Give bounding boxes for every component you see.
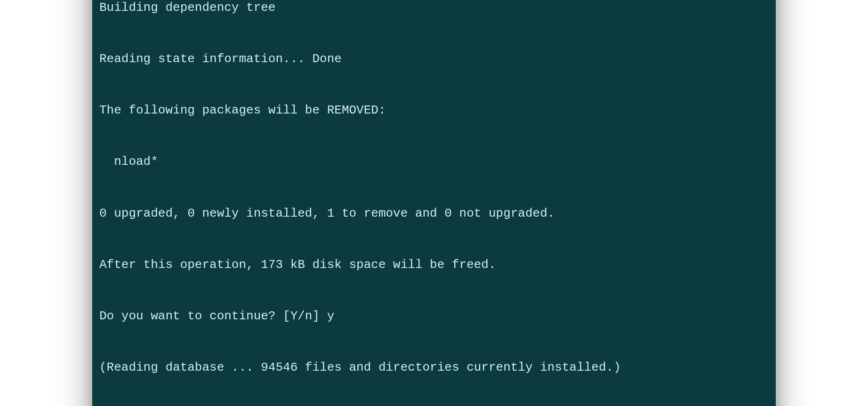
terminal-line: (Reading database ... 94546 files and di…: [93, 359, 775, 376]
terminal-line: The following packages will be REMOVED:: [93, 102, 775, 119]
terminal-body[interactable]: root@dabao:~# sudo apt purge nload Readi…: [93, 0, 775, 406]
terminal-line: nload*: [93, 153, 775, 170]
terminal-line: After this operation, 173 kB disk space …: [93, 256, 775, 273]
terminal-window: Bao's MacbookPro ⌥⌘1 root@dabao:~# sudo …: [92, 0, 776, 406]
terminal-line: 0 upgraded, 0 newly installed, 1 to remo…: [93, 205, 775, 222]
terminal-line: Building dependency tree: [93, 0, 775, 16]
terminal-line: Reading state information... Done: [93, 50, 775, 67]
terminal-line: Do you want to continue? [Y/n] y: [93, 308, 775, 325]
